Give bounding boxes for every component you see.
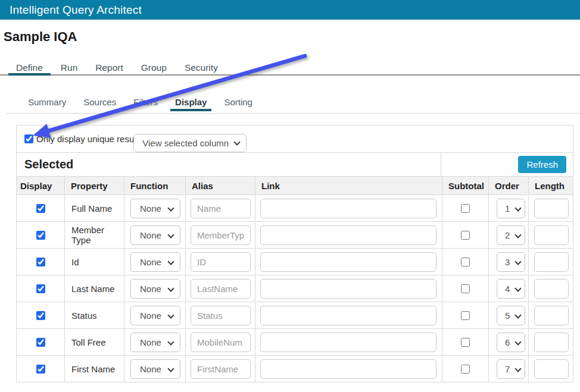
order-select[interactable]: 6 — [497, 333, 525, 352]
table-row: Last Name None 4 — [17, 275, 573, 302]
selected-section-header: Selected Refresh — [17, 152, 573, 176]
link-input[interactable] — [260, 306, 436, 325]
table-row: First Name None 7 — [17, 355, 573, 382]
refresh-button[interactable]: Refresh — [518, 156, 566, 173]
header-order: Order — [488, 177, 528, 195]
length-input[interactable] — [534, 252, 569, 272]
table-row: Toll Free None 6 — [17, 328, 573, 355]
property-label: Toll Free — [64, 329, 124, 355]
table-row: Full Name None 1 — [17, 195, 573, 221]
header-display: Display — [17, 177, 64, 195]
property-label: Last Name — [64, 275, 124, 302]
length-input[interactable] — [534, 333, 569, 352]
alias-input[interactable] — [191, 279, 251, 299]
display-checkbox[interactable] — [36, 231, 45, 240]
subtab-filters[interactable]: Filters — [126, 90, 165, 113]
link-input[interactable] — [260, 225, 436, 245]
link-input[interactable] — [260, 199, 436, 218]
columns-view-select[interactable]: View selected columns — [133, 134, 247, 152]
tab-group[interactable]: Group — [133, 58, 174, 74]
selected-section-title: Selected — [24, 158, 73, 171]
display-settings-panel: Only display unique results View selecte… — [16, 125, 573, 382]
length-input[interactable] — [534, 225, 569, 245]
subtab-summary[interactable]: Summary — [21, 90, 73, 113]
function-select[interactable]: None — [130, 225, 180, 245]
unique-results-label: Only display unique results — [36, 134, 143, 144]
header-length: Length — [528, 177, 574, 195]
function-select[interactable]: None — [130, 359, 180, 379]
columns-view-select-wrap: View selected columns — [133, 134, 247, 152]
length-input[interactable] — [534, 359, 569, 379]
length-input[interactable] — [534, 306, 569, 325]
table-row: Member Type None 2 — [17, 221, 573, 248]
display-checkbox[interactable] — [36, 338, 45, 347]
property-label: Full Name — [64, 195, 124, 221]
subtotal-checkbox[interactable] — [461, 231, 470, 240]
link-input[interactable] — [260, 279, 436, 299]
unique-results-checkbox[interactable] — [24, 134, 33, 143]
page-title: Sample IQA — [4, 29, 77, 45]
tab-report[interactable]: Report — [88, 58, 131, 74]
options-bar: Only display unique results View selecte… — [17, 126, 573, 152]
page: Intelligent Query Architect Sample IQA D… — [0, 0, 580, 392]
display-checkbox[interactable] — [36, 284, 45, 293]
alias-input[interactable] — [191, 225, 251, 245]
function-select[interactable]: None — [130, 252, 180, 272]
tab-run[interactable]: Run — [53, 58, 85, 74]
header-function: Function — [124, 177, 185, 195]
table-row: Status None 5 — [17, 302, 573, 328]
alias-input[interactable] — [191, 199, 251, 218]
alias-input[interactable] — [191, 333, 251, 352]
function-select[interactable]: None — [130, 333, 180, 352]
subtotal-checkbox[interactable] — [461, 311, 470, 320]
subtotal-checkbox[interactable] — [461, 338, 470, 347]
tab-security[interactable]: Security — [177, 58, 226, 74]
display-checkbox[interactable] — [36, 311, 45, 320]
header-subtotal: Subtotal — [442, 177, 488, 195]
order-select[interactable]: 7 — [497, 359, 525, 379]
property-label: Id — [64, 249, 124, 275]
tab-define[interactable]: Define — [8, 58, 51, 74]
app-header: Intelligent Query Architect — [0, 0, 580, 20]
display-checkbox[interactable] — [36, 204, 45, 213]
subtab-sources[interactable]: Sources — [76, 90, 123, 113]
alias-input[interactable] — [191, 306, 251, 325]
alias-input[interactable] — [191, 359, 251, 379]
main-tab-bar: Define Run Report Group Security — [0, 58, 580, 76]
subtab-sorting[interactable]: Sorting — [217, 90, 260, 113]
order-select[interactable]: 3 — [497, 252, 525, 272]
display-checkbox[interactable] — [36, 258, 45, 266]
function-select[interactable]: None — [130, 199, 180, 218]
property-label: Member Type — [64, 222, 124, 248]
table-header-row: Display Property Function Alias Link Sub… — [17, 176, 573, 195]
subtotal-checkbox[interactable] — [461, 284, 470, 293]
property-label: Status — [64, 302, 124, 328]
order-select[interactable]: 4 — [497, 279, 525, 299]
function-select[interactable]: None — [130, 279, 180, 299]
property-label: First Name — [64, 356, 124, 382]
header-property: Property — [64, 177, 124, 195]
subtotal-checkbox[interactable] — [461, 258, 470, 266]
link-input[interactable] — [260, 252, 436, 272]
length-input[interactable] — [534, 199, 569, 218]
order-select[interactable]: 1 — [497, 199, 525, 218]
table-row: Id None 3 — [17, 248, 573, 275]
app-title: Intelligent Query Architect — [10, 4, 142, 17]
alias-input[interactable] — [191, 252, 251, 272]
display-checkbox[interactable] — [36, 365, 45, 374]
sub-tab-bar: Summary Sources Filters Display Sorting — [6, 90, 580, 114]
length-input[interactable] — [534, 279, 569, 299]
subtab-display[interactable]: Display — [168, 90, 214, 113]
header-alias: Alias — [185, 177, 255, 195]
function-select[interactable]: None — [130, 306, 180, 325]
header-link: Link — [255, 177, 442, 195]
order-select[interactable]: 2 — [497, 225, 525, 245]
order-select[interactable]: 5 — [497, 306, 525, 325]
link-input[interactable] — [260, 333, 436, 352]
subtotal-checkbox[interactable] — [461, 365, 470, 374]
subtotal-checkbox[interactable] — [461, 204, 470, 213]
link-input[interactable] — [260, 359, 436, 379]
